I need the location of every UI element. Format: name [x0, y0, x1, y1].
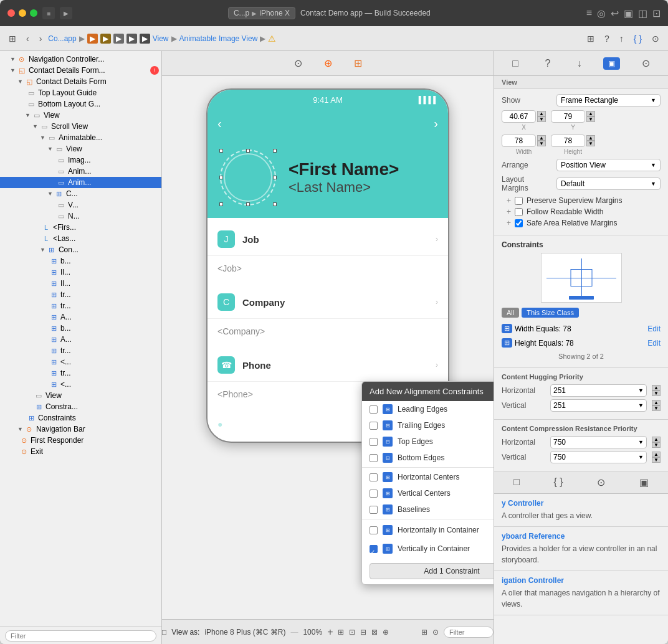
- tree-item-view[interactable]: ▭ View: [0, 110, 161, 121]
- code-btn[interactable]: { }: [630, 31, 646, 46]
- tree-item-a2[interactable]: ⊞A...: [0, 334, 161, 345]
- insp-file-icon[interactable]: □: [507, 55, 523, 72]
- grid-btn[interactable]: ⊡: [349, 628, 355, 637]
- size-class-tab[interactable]: This Size Class: [522, 308, 579, 318]
- hcenter-checkbox[interactable]: [370, 473, 378, 481]
- handle-l[interactable]: [219, 176, 223, 179]
- width-input[interactable]: [502, 135, 536, 147]
- tree-item-lt1[interactable]: ⊞<...: [0, 356, 161, 367]
- follow-plus[interactable]: +: [507, 207, 511, 216]
- align-btn[interactable]: ⊠: [371, 628, 378, 637]
- cv-down[interactable]: ▼: [652, 457, 661, 463]
- tree-item-container[interactable]: ⊞ C...: [0, 188, 161, 199]
- tree-item-b2[interactable]: ⊞b...: [0, 323, 161, 334]
- tree-item-constraints1[interactable]: ⊞ Constra...: [0, 401, 161, 412]
- handle-t[interactable]: [246, 149, 250, 153]
- hcontainer-checkbox[interactable]: [370, 526, 378, 534]
- minimize-button[interactable]: [19, 9, 26, 17]
- tree-item-a1[interactable]: ⊞A...: [0, 311, 161, 323]
- zoom-add-btn[interactable]: +: [327, 627, 333, 638]
- hugging-v-select[interactable]: 251 ▼: [550, 399, 647, 412]
- tree-item-animatable[interactable]: ▭ Animatable...: [0, 132, 161, 143]
- tab-code[interactable]: ▣: [634, 474, 654, 491]
- help-btn[interactable]: ?: [601, 31, 613, 46]
- x-down[interactable]: ▼: [537, 116, 546, 122]
- tree-item-lastname[interactable]: L <Las...: [0, 233, 161, 244]
- baselines-checkbox[interactable]: [370, 506, 378, 514]
- hv-up[interactable]: ▲: [652, 400, 661, 405]
- navigator-toggle[interactable]: ⊞: [5, 31, 20, 46]
- tree-item-tr2[interactable]: ⊞tr...: [0, 300, 161, 311]
- multi-btn[interactable]: ⊕: [383, 628, 389, 637]
- tree-item-top-guide[interactable]: ▭ Top Layout Guide: [0, 87, 161, 98]
- canvas-btn1[interactable]: ⊙: [289, 55, 307, 72]
- canvas-btn3[interactable]: ⊞: [349, 55, 366, 72]
- hugging-h-select[interactable]: 251 ▼: [550, 384, 647, 397]
- tree-item-anim1[interactable]: ▭ Anim...: [0, 166, 161, 177]
- tree-item-lt2[interactable]: ⊞<...: [0, 379, 161, 390]
- breadcrumb-folder5[interactable]: ▶: [140, 34, 150, 44]
- hh-down[interactable]: ▼: [652, 391, 661, 396]
- follow-checkbox[interactable]: [515, 208, 523, 216]
- y-down[interactable]: ▼: [586, 116, 595, 122]
- full-icon[interactable]: ⊡: [652, 7, 661, 19]
- tree-item-tr4[interactable]: ⊞tr...: [0, 367, 161, 379]
- tree-item-con[interactable]: ⊞ Con...: [0, 244, 161, 255]
- insp-connect-icon[interactable]: ⊙: [637, 55, 655, 72]
- handle-br[interactable]: [273, 202, 277, 206]
- play-button[interactable]: ▶: [60, 7, 72, 19]
- vcontainer-checkbox[interactable]: [370, 545, 378, 553]
- tree-item-navbar[interactable]: ⊙ Navigation Bar: [0, 424, 161, 435]
- leading-checkbox[interactable]: [370, 405, 378, 414]
- handle-tl[interactable]: [219, 149, 223, 153]
- tree-item-constraints2[interactable]: ⊞ Constraints: [0, 412, 161, 424]
- share-icon[interactable]: ◎: [597, 7, 606, 19]
- filter-btn[interactable]: ⊙: [432, 628, 439, 637]
- filter-input[interactable]: [5, 630, 156, 642]
- tree-item-tr3[interactable]: ⊞tr...: [0, 345, 161, 356]
- popup-row-hcontainer[interactable]: ⊞ Horizontally in Container 0 ▼: [362, 521, 494, 539]
- maximize-button[interactable]: [30, 9, 37, 17]
- insp-attr-icon[interactable]: ↓: [572, 55, 587, 72]
- tree-item-anim2[interactable]: ▭ Anim...: [0, 177, 161, 188]
- popup-row-leading[interactable]: ⊟ Leading Edges ›: [362, 401, 494, 417]
- layout-margins-select[interactable]: Default ▼: [556, 178, 661, 190]
- panel-icon[interactable]: ▣: [624, 7, 633, 19]
- w-down[interactable]: ▼: [537, 141, 546, 146]
- tab-circle[interactable]: ⊙: [592, 474, 610, 491]
- bottom-checkbox[interactable]: [370, 454, 378, 462]
- vcenter-checkbox[interactable]: [370, 490, 378, 498]
- compression-h-select[interactable]: 750 ▼: [550, 436, 647, 448]
- popup-row-vcenter[interactable]: ⊞ Vertical Centers ›: [362, 485, 494, 501]
- compression-v-select[interactable]: 750 ▼: [550, 451, 647, 463]
- preserve-plus[interactable]: +: [507, 196, 511, 205]
- tree-item-n[interactable]: ▭ N...: [0, 211, 161, 222]
- popup-row-top[interactable]: ⊟ Top Edges ›: [362, 433, 494, 450]
- w-up[interactable]: ▲: [537, 135, 546, 141]
- canvas-area[interactable]: → 9:41 AM ▌▌▌▌ ‹ ›: [162, 76, 494, 619]
- back-button[interactable]: ‹: [22, 31, 33, 46]
- forward-button[interactable]: ›: [36, 31, 46, 46]
- snap-btn[interactable]: ⊟: [360, 628, 366, 637]
- tree-item-tr1[interactable]: ⊞tr...: [0, 289, 161, 300]
- fit-btn[interactable]: ⊞: [338, 628, 344, 637]
- handle-b[interactable]: [246, 202, 250, 206]
- nav-left-arrow[interactable]: ‹: [217, 116, 222, 131]
- y-up[interactable]: ▲: [586, 111, 595, 116]
- popup-row-hcenter[interactable]: ⊞ Horizontal Centers ›: [362, 469, 494, 485]
- breadcrumb-animatable[interactable]: Animatable Image View: [179, 34, 258, 43]
- tree-item-view2[interactable]: ▭ View: [0, 143, 161, 154]
- canvas-filter-input[interactable]: [444, 627, 494, 638]
- height-edit-btn[interactable]: Edit: [647, 339, 661, 348]
- popup-row-baselines[interactable]: ⊞ Baselines ›: [362, 501, 494, 518]
- adjust-btn[interactable]: ⊙: [648, 31, 663, 46]
- nav-layout-icon[interactable]: ≡: [586, 7, 592, 19]
- ch-up[interactable]: ▲: [652, 437, 661, 442]
- handle-tr[interactable]: [273, 149, 277, 153]
- width-edit-btn[interactable]: Edit: [647, 324, 661, 333]
- x-input[interactable]: [502, 110, 536, 123]
- tree-item-view3[interactable]: ▭ View: [0, 390, 161, 401]
- arrange-select[interactable]: Position View ▼: [556, 159, 661, 171]
- tree-item-exit[interactable]: ⊙ Exit: [0, 446, 161, 457]
- project-selector[interactable]: C...p ▶ iPhone X: [228, 7, 295, 19]
